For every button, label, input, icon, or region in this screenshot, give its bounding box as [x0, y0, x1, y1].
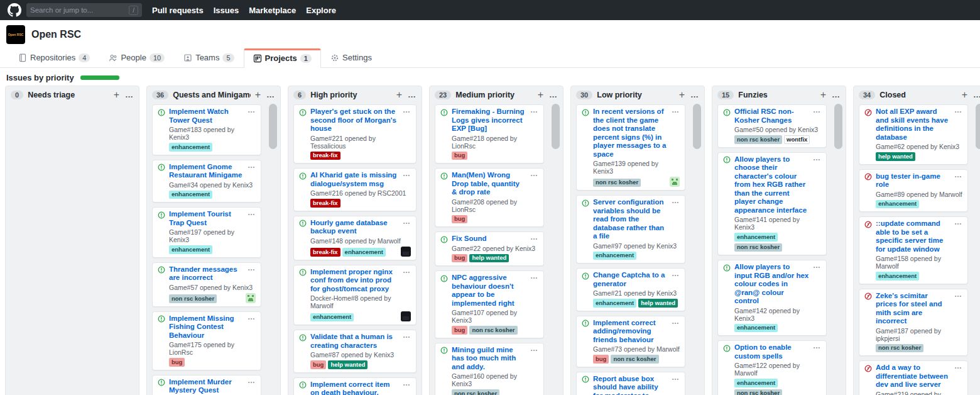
nav-explore[interactable]: Explore	[306, 6, 336, 15]
tab-repositories[interactable]: Repositories 4	[9, 48, 99, 67]
issue-card-title[interactable]: Man(Men) Wrong Drop table, quantity & dr…	[452, 171, 526, 197]
issue-card[interactable]: bug tester in-game role…Game#89 opened b…	[859, 169, 968, 213]
issue-card[interactable]: Validate that a human is creating charac…	[293, 330, 416, 373]
issue-card[interactable]: Report abuse box should have ability for…	[576, 372, 685, 395]
issue-card-title[interactable]: bug tester in-game role	[876, 172, 950, 189]
card-menu-icon[interactable]: …	[403, 381, 411, 386]
tab-people[interactable]: People 10	[99, 48, 174, 67]
card-menu-icon[interactable]: …	[672, 271, 680, 276]
issue-card[interactable]: Hourly game database backup event…Game#1…	[293, 216, 416, 260]
card-menu-icon[interactable]: …	[403, 219, 411, 224]
issue-card-title[interactable]: Thrander messages are incorrect	[169, 265, 244, 282]
issue-card[interactable]: Fix Sound…Game#22 opened by Kenix3bughel…	[435, 231, 544, 266]
add-card-button[interactable]: +	[396, 91, 402, 99]
issue-card[interactable]: In recent versions of the client the gam…	[576, 104, 685, 191]
column-menu-button[interactable]: …	[408, 92, 416, 98]
issue-card-title[interactable]: Option to enable custom spells	[734, 343, 809, 360]
scrollbar-thumb[interactable]	[976, 104, 980, 149]
card-menu-icon[interactable]: …	[248, 378, 256, 383]
add-card-button[interactable]: +	[820, 91, 826, 99]
issue-card[interactable]: Implement proper nginx conf from dev int…	[293, 265, 416, 326]
card-menu-icon[interactable]: …	[954, 108, 962, 113]
issue-card-title[interactable]: Implement Tourist Trap Quest	[169, 210, 244, 227]
column-menu-button[interactable]: …	[125, 92, 134, 98]
card-menu-icon[interactable]: …	[403, 333, 411, 338]
issue-card-title[interactable]: Not all EXP award and skill events have …	[876, 108, 950, 142]
issue-card[interactable]: Option to enable custom spells…Game#122 …	[717, 340, 827, 395]
issue-card-title[interactable]: Zeke's scimitar prices for steel and mit…	[876, 292, 950, 326]
tab-settings[interactable]: Settings	[321, 48, 381, 67]
issue-card-title[interactable]: Report abuse box should have ability for…	[593, 375, 668, 395]
card-menu-icon[interactable]: …	[813, 263, 821, 268]
issue-card-title[interactable]: Implement proper nginx conf from dev int…	[310, 268, 399, 294]
add-card-button[interactable]: +	[114, 91, 119, 99]
issue-card-title[interactable]: Implement correct item on death behaviou…	[310, 381, 399, 395]
card-menu-icon[interactable]: …	[530, 274, 538, 279]
card-menu-icon[interactable]: …	[954, 172, 962, 177]
issue-card[interactable]: Thrander messages are incorrect…Game#57 …	[152, 262, 261, 307]
scrollbar-thumb[interactable]	[693, 104, 701, 149]
issue-card[interactable]: Firemaking - Burning Logs gives incorrec…	[435, 104, 544, 164]
card-menu-icon[interactable]: …	[248, 108, 256, 113]
issue-card[interactable]: Add a way to differentiate between dev a…	[859, 360, 968, 395]
issue-card[interactable]: Man(Men) Wrong Drop table, quantity & dr…	[435, 168, 544, 227]
issue-card-title[interactable]: In recent versions of the client the gam…	[593, 108, 668, 159]
card-menu-icon[interactable]: …	[813, 343, 821, 348]
global-search[interactable]: /	[26, 3, 142, 17]
card-menu-icon[interactable]: …	[530, 346, 538, 351]
column-menu-button[interactable]: …	[832, 92, 841, 98]
issue-card-title[interactable]: Change Captcha to a generator	[593, 271, 668, 288]
scrollbar-thumb[interactable]	[834, 104, 842, 149]
issue-card[interactable]: Implement correct item on death behaviou…	[293, 377, 416, 395]
card-menu-icon[interactable]: …	[672, 375, 680, 380]
issue-card[interactable]: Implement Gnome Restaurant Minigame…Game…	[152, 160, 261, 203]
issue-card-title[interactable]: Implement Gnome Restaurant Minigame	[169, 163, 244, 180]
card-menu-icon[interactable]: …	[248, 163, 256, 168]
card-menu-icon[interactable]: …	[672, 108, 680, 113]
issue-card[interactable]: Implement Watch Tower Quest…Game#183 ope…	[152, 104, 261, 155]
column-menu-button[interactable]: …	[549, 92, 558, 98]
issue-card-title[interactable]: Player's get stuck on the second floor o…	[310, 108, 399, 133]
card-menu-icon[interactable]: …	[530, 235, 538, 240]
issue-card-title[interactable]: Implement correct adding/removing friend…	[593, 319, 668, 345]
issue-card[interactable]: Change Captcha to a generator…Game#21 op…	[576, 268, 685, 311]
add-card-button[interactable]: +	[679, 91, 685, 99]
tab-projects[interactable]: Projects 1	[244, 48, 321, 68]
card-menu-icon[interactable]: …	[954, 220, 962, 225]
issue-card[interactable]: ::update command able to be set a specif…	[859, 216, 968, 284]
issue-card[interactable]: Mining guild mine has too much mith and …	[435, 343, 544, 395]
nav-marketplace[interactable]: Marketplace	[249, 6, 296, 15]
org-avatar[interactable]: Open RSC	[6, 25, 25, 44]
card-menu-icon[interactable]: …	[248, 314, 256, 320]
add-card-button[interactable]: +	[962, 91, 967, 99]
project-title[interactable]: Issues by priority	[6, 73, 74, 82]
issue-card[interactable]: Implement Missing Fishing Contest Behavi…	[152, 311, 261, 370]
issue-card-title[interactable]: Implement Missing Fishing Contest Behavi…	[169, 314, 244, 340]
issue-card-title[interactable]: Al Kharid gate is missing dialogue/syste…	[310, 171, 399, 188]
issue-card-title[interactable]: Validate that a human is creating charac…	[310, 333, 399, 350]
issue-card[interactable]: Al Kharid gate is missing dialogue/syste…	[293, 168, 416, 211]
issue-card[interactable]: Official RSC non-Kosher Changes…Game#50 …	[717, 104, 827, 148]
issue-card-title[interactable]: Implement Murder Mystery Quest	[169, 378, 244, 395]
issue-card-title[interactable]: NPC aggressive behaviour doesn't appear …	[452, 274, 526, 308]
issue-card[interactable]: Zeke's scimitar prices for steel and mit…	[859, 289, 968, 357]
card-menu-icon[interactable]: …	[813, 108, 821, 113]
issue-card[interactable]: Allow players to choose their character'…	[717, 152, 827, 256]
card-menu-icon[interactable]: …	[813, 155, 821, 160]
issue-card-title[interactable]: ::update command able to be set a specif…	[876, 220, 950, 253]
card-menu-icon[interactable]: …	[403, 171, 411, 176]
search-input[interactable]	[30, 6, 129, 14]
column-menu-button[interactable]: …	[266, 92, 275, 98]
card-menu-icon[interactable]: …	[530, 108, 538, 113]
issue-card[interactable]: Allow players to input RGB and/or hex co…	[717, 260, 827, 336]
issue-card-title[interactable]: Official RSC non-Kosher Changes	[734, 108, 809, 125]
issue-card[interactable]: Player's get stuck on the second floor o…	[293, 104, 416, 164]
column-menu-button[interactable]: …	[690, 92, 699, 98]
issue-card[interactable]: Implement Murder Mystery Quest…Game#180 …	[152, 375, 261, 395]
issue-card-title[interactable]: Hourly game database backup event	[310, 219, 399, 236]
issue-card-title[interactable]: Implement Watch Tower Quest	[169, 108, 244, 125]
github-logo-icon[interactable]	[8, 3, 21, 17]
issue-card-title[interactable]: Allow players to choose their character'…	[734, 155, 809, 215]
card-menu-icon[interactable]: …	[248, 265, 256, 270]
scrollbar-thumb[interactable]	[552, 104, 560, 149]
